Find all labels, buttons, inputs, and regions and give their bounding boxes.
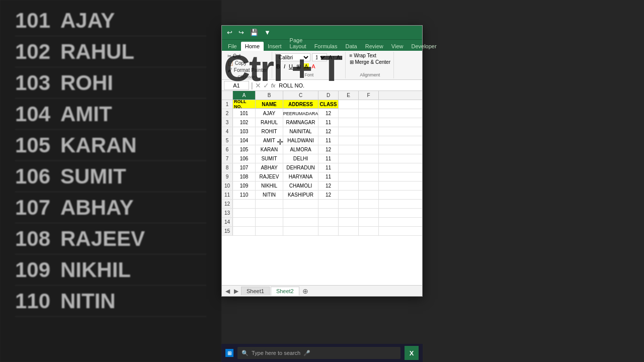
cell-d4[interactable]: 12 — [318, 127, 339, 136]
merge-center-button[interactable]: ⊞ Merge & Center — [350, 59, 390, 65]
cell-e15[interactable] — [339, 227, 359, 235]
cell-c15[interactable] — [283, 227, 318, 235]
cell-d11[interactable]: 12 — [318, 191, 339, 199]
cell-e7[interactable] — [339, 154, 359, 163]
cell-c6[interactable]: ALMORA — [283, 145, 318, 154]
tab-page-layout[interactable]: Page Layout — [286, 36, 310, 51]
sheet-nav-left[interactable]: ◀ — [224, 288, 231, 295]
cell-d5[interactable]: 11 — [318, 136, 339, 145]
cell-d10[interactable]: 12 — [318, 182, 339, 190]
underline-button[interactable]: U — [288, 63, 294, 69]
bold-button[interactable]: B — [275, 63, 281, 69]
cell-f6[interactable] — [359, 145, 379, 154]
cell-c11[interactable]: KASHIPUR — [283, 191, 318, 199]
tab-file[interactable]: File — [224, 42, 241, 51]
add-sheet-button[interactable]: ⊕ — [300, 287, 310, 295]
tab-view[interactable]: View — [387, 42, 408, 51]
cell-f1[interactable] — [359, 100, 379, 109]
cell-c8[interactable]: DEHRADUN — [283, 163, 318, 172]
cell-d9[interactable]: 11 — [318, 172, 339, 181]
search-bar[interactable]: 🔍 Type here to search 🎤 — [237, 347, 400, 359]
cell-d6[interactable]: 12 — [318, 145, 339, 154]
cell-d7[interactable]: 11 — [318, 154, 339, 163]
col-header-c[interactable]: C — [283, 91, 318, 100]
cell-c3[interactable]: RAMNAGAR — [283, 118, 318, 127]
cell-b1[interactable]: NAME — [256, 100, 283, 109]
cell-b9[interactable]: RAJEEV — [256, 172, 283, 181]
cell-e9[interactable] — [339, 172, 359, 181]
cut-button[interactable]: ✂ Cut — [226, 53, 269, 59]
cell-c10[interactable]: CHAMOLI — [283, 182, 318, 190]
cell-f4[interactable] — [359, 127, 379, 136]
customize-button[interactable]: ▼ — [262, 28, 273, 37]
cell-a8[interactable]: 107 — [233, 163, 256, 172]
cell-c4[interactable]: NAINITAL — [283, 127, 318, 136]
cell-c7[interactable]: DELHI — [283, 154, 318, 163]
cell-f11[interactable] — [359, 191, 379, 199]
cell-a3[interactable]: 102 — [233, 118, 256, 127]
cell-b4[interactable]: ROHIT — [256, 127, 283, 136]
cell-c9[interactable]: HARYANA — [283, 172, 318, 181]
cell-e12[interactable] — [339, 200, 359, 208]
cell-d8[interactable]: 11 — [318, 163, 339, 172]
save-button[interactable]: 💾 — [248, 28, 260, 37]
cell-c14[interactable] — [283, 218, 318, 226]
cell-f9[interactable] — [359, 172, 379, 181]
sheet-nav-right[interactable]: ▶ — [232, 288, 240, 295]
copy-button[interactable]: 📋 Copy — [226, 60, 269, 66]
fx-confirm[interactable]: ✓ — [263, 81, 269, 89]
font-color-button[interactable]: A — [310, 63, 316, 69]
cell-b13[interactable] — [256, 209, 283, 217]
cell-e11[interactable] — [339, 191, 359, 199]
cell-b7[interactable]: SUMIT — [256, 154, 283, 163]
cell-a4[interactable]: 103 — [233, 127, 256, 136]
cell-reference-input[interactable] — [224, 81, 249, 90]
cell-e4[interactable] — [339, 127, 359, 136]
cell-a10[interactable]: 109 — [233, 182, 256, 190]
cell-c2[interactable]: PEERUMADARA — [283, 109, 318, 118]
cell-f10[interactable] — [359, 182, 379, 190]
cell-a2[interactable]: 101 — [233, 109, 256, 118]
cell-b3[interactable]: RAHUL — [256, 118, 283, 127]
wrap-text-button[interactable]: ≡ Wrap Text — [350, 53, 390, 58]
format-painter-button[interactable]: 🖌 Format Painter — [226, 67, 269, 73]
italic-button[interactable]: I — [283, 63, 286, 69]
cell-e8[interactable] — [339, 163, 359, 172]
redo-button[interactable]: ↪ — [236, 28, 246, 37]
cell-b15[interactable] — [256, 227, 283, 235]
tab-formulas[interactable]: Formulas — [310, 42, 342, 51]
col-header-f[interactable]: F — [359, 91, 379, 100]
cell-f7[interactable] — [359, 154, 379, 163]
cell-a1[interactable]: ROLL NO. — [233, 100, 256, 109]
cell-e5[interactable] — [339, 136, 359, 145]
start-button[interactable]: ⊞ — [225, 349, 233, 357]
cell-d15[interactable] — [318, 227, 339, 235]
cell-c1[interactable]: ADDRESS — [283, 100, 318, 109]
highlight-button[interactable]: A — [303, 63, 309, 69]
cell-e13[interactable] — [339, 209, 359, 217]
border-button[interactable]: ⊞ — [295, 63, 302, 70]
cell-a5[interactable]: 104 — [233, 136, 256, 145]
cell-a6[interactable]: 105 — [233, 145, 256, 154]
cell-a12[interactable] — [233, 200, 256, 208]
cell-f14[interactable] — [359, 218, 379, 226]
tab-review[interactable]: Review — [361, 42, 387, 51]
cell-c5[interactable]: HALDWANI — [283, 136, 318, 145]
cell-f13[interactable] — [359, 209, 379, 217]
tab-insert[interactable]: Insert — [264, 42, 286, 51]
sheet-tab-sheet2[interactable]: Sheet2 — [271, 287, 299, 296]
cell-c13[interactable] — [283, 209, 318, 217]
cell-a9[interactable]: 108 — [233, 172, 256, 181]
col-header-e[interactable]: E — [339, 91, 359, 100]
tab-data[interactable]: Data — [341, 42, 361, 51]
cell-f8[interactable] — [359, 163, 379, 172]
cell-e10[interactable] — [339, 182, 359, 190]
cell-b8[interactable]: ABHAY — [256, 163, 283, 172]
cell-d1[interactable]: CLASS — [318, 100, 339, 109]
cell-f2[interactable] — [359, 109, 379, 118]
cell-d12[interactable] — [318, 200, 339, 208]
cell-d3[interactable]: 11 — [318, 118, 339, 127]
col-header-b[interactable]: B — [256, 91, 283, 100]
cell-c12[interactable] — [283, 200, 318, 208]
cell-b14[interactable] — [256, 218, 283, 226]
